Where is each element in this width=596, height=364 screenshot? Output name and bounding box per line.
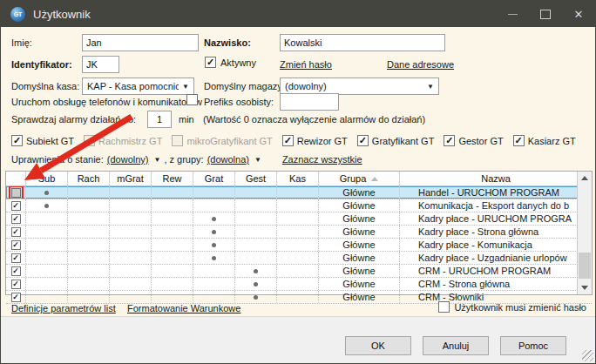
permission-cell-rach xyxy=(68,212,110,225)
app-checkbox-item[interactable]: ✓Kasiarz GT xyxy=(513,135,576,146)
column-header-rew[interactable]: Rew xyxy=(152,172,193,185)
prefix-input[interactable] xyxy=(280,93,339,111)
titlebar[interactable]: GT Użytkownik ✕ xyxy=(1,1,595,27)
table-row[interactable]: ✓GłówneCRM - Strona główna xyxy=(6,278,592,291)
table-body: GłówneHandel - URUCHOM PROGRAM✓GłówneKom… xyxy=(6,186,592,304)
prefix-label: Prefiks osobisty: xyxy=(204,97,274,107)
app-checkbox-item[interactable]: mikroGratyfikant GT xyxy=(172,135,272,146)
applications-row: ✓Subiekt GTRachmistrz GTmikroGratyfikant… xyxy=(11,135,576,146)
first-name-input[interactable] xyxy=(82,34,199,51)
vertical-scrollbar[interactable] xyxy=(577,172,592,294)
row-name: CRM - URUCHOM PROGRAM xyxy=(400,265,592,277)
column-header-nazwa[interactable]: Nazwa xyxy=(400,172,592,185)
app-checkbox[interactable]: ✓ xyxy=(513,135,525,146)
chevron-down-icon: ▼ xyxy=(427,83,434,91)
app-checkbox-item[interactable]: ✓Gestor GT xyxy=(444,135,503,146)
permission-cell-sub xyxy=(26,239,68,251)
address-data-link[interactable]: Dane adresowe xyxy=(387,59,454,70)
phones-checkbox[interactable] xyxy=(186,94,198,105)
app-checkbox[interactable]: ✓ xyxy=(357,135,369,146)
identifier-input[interactable] xyxy=(82,56,119,73)
scroll-up-button[interactable] xyxy=(578,172,592,185)
permission-cell-rew xyxy=(152,278,193,290)
cancel-button[interactable]: Anuluj xyxy=(423,336,489,355)
column-header-mgrat[interactable]: mGrat xyxy=(110,172,152,185)
maximize-button[interactable] xyxy=(529,1,562,27)
row-checkbox[interactable]: ✓ xyxy=(11,266,21,276)
permission-dot xyxy=(254,295,258,300)
app-checkbox-item[interactable]: Rachmistrz GT xyxy=(84,135,162,146)
row-checkbox[interactable]: ✓ xyxy=(11,214,21,224)
change-password-link[interactable]: Zmień hasło xyxy=(280,59,332,70)
table-row[interactable]: ✓GłówneKadry płace - Uzgadnianie urlopów xyxy=(6,252,592,265)
column-header-checkbox[interactable] xyxy=(6,172,26,185)
app-checkbox[interactable] xyxy=(172,135,183,146)
table-row[interactable]: ✓GłówneKadry płace - Komunikacja xyxy=(6,239,592,252)
permission-cell-rew xyxy=(152,252,193,264)
app-checkbox[interactable] xyxy=(84,135,95,146)
column-header-grupa[interactable]: Grupa xyxy=(319,172,400,185)
row-checkbox[interactable]: ✓ xyxy=(11,240,21,250)
table-row[interactable]: ✓GłówneKadry płace - Strona główna xyxy=(6,226,592,239)
permission-dot xyxy=(212,230,216,234)
permission-cell-rach xyxy=(68,278,110,290)
row-checkbox[interactable]: ✓ xyxy=(11,201,21,211)
permission-cell-grat xyxy=(193,265,235,277)
row-group: Główne xyxy=(319,186,400,199)
alarms-note: (Wartość 0 oznacza wyłączenie alarmów do… xyxy=(203,114,425,125)
minimize-button[interactable] xyxy=(496,1,529,27)
row-group: Główne xyxy=(319,265,400,277)
app-checkbox-item[interactable]: ✓Gratyfikant GT xyxy=(357,135,435,146)
permission-cell-rew xyxy=(152,226,193,238)
scrollbar-thumb[interactable] xyxy=(579,253,591,279)
permission-cell-gest xyxy=(235,239,277,251)
default-cash-select[interactable]: KAP - Kasa pomocnicza ▼ xyxy=(82,78,194,95)
ok-button[interactable]: OK xyxy=(345,336,411,355)
default-warehouse-select[interactable]: (dowolny) ▼ xyxy=(280,78,439,95)
row-checkbox-highlighted[interactable] xyxy=(11,188,21,198)
state-filter-dropdown[interactable]: (dowolny) ▼ xyxy=(107,154,161,165)
group-filter-dropdown[interactable]: (dowolna) ▼ xyxy=(207,154,261,165)
alarms-interval-input[interactable] xyxy=(147,111,172,128)
help-button[interactable]: Pomoc xyxy=(500,336,566,355)
scroll-down-button[interactable] xyxy=(578,281,592,294)
permission-cell-rach xyxy=(68,226,110,238)
column-header-kas[interactable]: Kas xyxy=(277,172,319,185)
permission-cell-rach xyxy=(68,199,110,212)
permission-cell-rew xyxy=(152,199,193,212)
app-checkbox[interactable]: ✓ xyxy=(11,135,23,146)
scrollbar-track[interactable] xyxy=(578,185,592,281)
column-header-sub[interactable]: Sub xyxy=(26,172,68,185)
last-name-input[interactable] xyxy=(280,34,445,51)
permission-cell-grat xyxy=(193,226,235,238)
resize-grip-icon[interactable] xyxy=(582,350,593,361)
permission-cell-gest xyxy=(235,265,277,277)
app-checkbox[interactable]: ✓ xyxy=(444,135,455,146)
permission-cell-gest xyxy=(235,226,277,238)
permission-cell-kas xyxy=(277,252,319,264)
app-checkbox[interactable]: ✓ xyxy=(282,135,294,146)
table-row[interactable]: ✓GłówneKomunikacja - Eksport danych do b xyxy=(6,199,592,212)
column-header-rach[interactable]: Rach xyxy=(68,172,110,185)
table-row[interactable]: GłówneHandel - URUCHOM PROGRAM xyxy=(6,186,592,199)
permission-cell-sub xyxy=(26,199,68,212)
column-header-gest[interactable]: Gest xyxy=(235,172,277,185)
app-checkbox-item[interactable]: ✓Rewizor GT xyxy=(282,135,348,146)
must-change-password-checkbox[interactable] xyxy=(438,301,450,313)
row-checkbox[interactable]: ✓ xyxy=(11,253,21,263)
active-checkbox[interactable]: ✓ xyxy=(205,57,216,68)
row-name: Kadry płace - Uzgadnianie urlopów xyxy=(400,252,592,264)
row-checkbox[interactable]: ✓ xyxy=(11,227,21,237)
app-checkbox-item[interactable]: ✓Subiekt GT xyxy=(11,135,74,146)
column-header-grat[interactable]: Grat xyxy=(193,172,235,185)
permission-cell-sub xyxy=(26,265,68,277)
table-row[interactable]: ✓GłówneCRM - URUCHOM PROGRAM xyxy=(6,265,592,278)
row-checkbox[interactable]: ✓ xyxy=(11,280,21,289)
list-parameters-link[interactable]: Definicje parametrów list xyxy=(11,303,116,313)
must-change-password: Użytkownik musi zmienić hasło xyxy=(438,301,586,313)
table-row[interactable]: ✓GłówneKadry płace - URUCHOM PROGRA xyxy=(6,212,592,226)
close-button[interactable]: ✕ xyxy=(562,1,595,27)
default-cash-label: Domyślna kasa: xyxy=(11,81,79,91)
select-all-link[interactable]: Zaznacz wszystkie xyxy=(282,154,362,165)
conditional-formatting-link[interactable]: Formatowanie Warunkowe xyxy=(127,303,240,313)
